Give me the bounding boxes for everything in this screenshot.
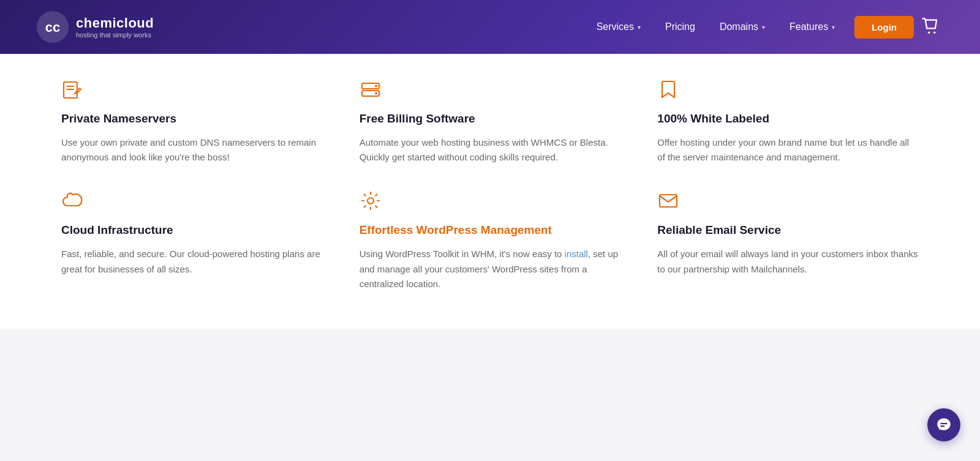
svg-point-2 <box>928 31 930 33</box>
svg-point-11 <box>368 198 374 204</box>
feature-description: Use your own private and custom DNS name… <box>61 135 323 166</box>
cloud-icon <box>61 190 83 212</box>
edit-icon <box>61 78 83 100</box>
feature-private-nameservers: Private Nameservers Use your own private… <box>61 78 323 165</box>
feature-description: All of your email will always land in yo… <box>657 247 919 277</box>
cart-button[interactable] <box>919 15 943 39</box>
chevron-down-icon: ▾ <box>762 24 765 31</box>
logo[interactable]: cc chemicloud hosting that simply works <box>37 11 154 43</box>
feature-title: Private Nameservers <box>61 111 323 127</box>
feature-title: 100% White Labeled <box>657 111 919 127</box>
navigation: cc chemicloud hosting that simply works … <box>0 0 980 54</box>
feature-title: Free Billing Software <box>360 111 621 127</box>
gear-icon <box>360 190 382 212</box>
svg-point-9 <box>375 85 377 88</box>
nav-item-pricing[interactable]: Pricing <box>655 17 705 37</box>
feature-description: Offer hosting under your own brand name … <box>657 135 919 166</box>
feature-wordpress-management: Effortless WordPress Management Using Wo… <box>360 190 621 292</box>
install-link[interactable]: install <box>565 249 588 259</box>
svg-point-10 <box>375 92 377 95</box>
features-grid: Private Nameservers Use your own private… <box>61 78 919 292</box>
login-button-item[interactable]: Login <box>850 16 919 39</box>
feature-description: Using WordPress Toolkit in WHM, it's now… <box>360 247 621 292</box>
logo-tagline: hosting that simply works <box>76 31 154 39</box>
feature-title: Cloud Infrastructure <box>61 223 323 238</box>
feature-description: Automate your web hosting business with … <box>360 135 621 166</box>
feature-title: Reliable Email Service <box>657 223 919 238</box>
logo-icon: cc <box>37 11 69 43</box>
chevron-down-icon: ▾ <box>832 24 835 31</box>
login-button[interactable]: Login <box>854 16 914 39</box>
feature-title: Effortless WordPress Management <box>360 223 621 238</box>
nav-links: Services ▾ Pricing Domains ▾ Features ▾ … <box>587 16 919 39</box>
main-content: Private Nameservers Use your own private… <box>0 54 980 329</box>
feature-white-labeled: 100% White Labeled Offer hosting under y… <box>657 78 919 165</box>
feature-cloud-infrastructure: Cloud Infrastructure Fast, reliable, and… <box>61 190 323 292</box>
svg-point-3 <box>933 31 935 33</box>
email-icon <box>657 190 679 212</box>
chevron-down-icon: ▾ <box>638 24 641 31</box>
bookmark-icon <box>657 78 679 100</box>
nav-item-domains[interactable]: Domains ▾ <box>710 17 775 37</box>
feature-description: Fast, reliable, and secure. Our cloud-po… <box>61 247 323 277</box>
svg-rect-12 <box>660 195 677 207</box>
svg-text:cc: cc <box>45 20 60 35</box>
feature-email-service: Reliable Email Service All of your email… <box>657 190 919 292</box>
feature-billing-software: Free Billing Software Automate your web … <box>360 78 621 165</box>
nav-item-services[interactable]: Services ▾ <box>587 17 650 37</box>
nav-item-features[interactable]: Features ▾ <box>780 17 845 37</box>
logo-brand: chemicloud <box>76 15 154 31</box>
server-icon <box>360 78 382 100</box>
